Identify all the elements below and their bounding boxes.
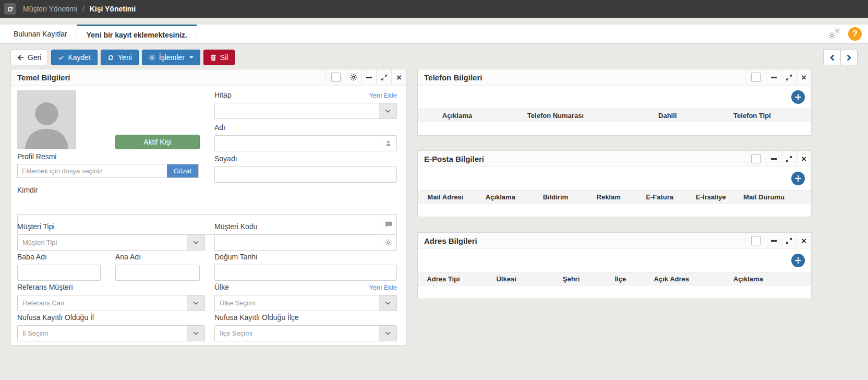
plus-icon	[795, 94, 801, 100]
column-header: Açıklama	[473, 193, 528, 201]
last-name-input-wrap	[214, 167, 397, 183]
panel-expand-button[interactable]	[781, 233, 796, 248]
salutation-select[interactable]	[214, 103, 397, 119]
column-header: Dahili	[614, 112, 721, 120]
last-name-input[interactable]	[215, 167, 396, 182]
add-phone-button[interactable]	[791, 90, 805, 104]
panel-settings-button[interactable]	[346, 69, 361, 85]
panel-collapse-button[interactable]	[766, 69, 781, 85]
column-header: Açıklama	[701, 275, 795, 283]
registered-district-select[interactable]: İlçe Seçimi	[214, 325, 397, 341]
add-address-button[interactable]	[791, 254, 805, 267]
registered-district-label: Nufusa Kayıtlı Olduğu İlçe	[214, 314, 397, 322]
profile-image-file-input[interactable]: Eklemek için dosya seçiniz Gözat	[17, 164, 199, 178]
tab-found-records[interactable]: Bulunan Kayıtlar	[4, 25, 77, 43]
next-record-button[interactable]	[840, 50, 858, 65]
delete-button[interactable]: Sil	[203, 50, 235, 65]
delete-button-label: Sil	[220, 53, 228, 62]
breadcrumb-page: Kişi Yönetimi	[90, 5, 136, 13]
toolbar: Geri Kaydet Yeni İşlemler Sil	[10, 50, 235, 65]
tab-found-records-label: Bulunan Kayıtlar	[14, 30, 67, 38]
back-button[interactable]: Geri	[10, 50, 48, 65]
back-button-label: Geri	[28, 53, 41, 62]
column-header: Ülkesi	[469, 275, 544, 283]
panel-close-button[interactable]: ×	[391, 69, 406, 85]
father-name-input[interactable]	[18, 265, 100, 280]
new-button[interactable]: Yeni	[101, 50, 139, 65]
email-info-panel: E-Posta Bilgileri × Mail Adresi Açıklama…	[417, 150, 812, 217]
country-add-new-link[interactable]: Yeni Ekle	[369, 283, 397, 291]
panel-expand-button[interactable]	[781, 69, 796, 85]
breadcrumb-module[interactable]: Müşteri Yönetimi	[23, 5, 77, 13]
panel-expand-button[interactable]	[376, 69, 391, 85]
save-button[interactable]: Kaydet	[51, 50, 98, 65]
customer-type-select[interactable]: Müşteri Tipi	[17, 234, 205, 251]
column-header: E-Fatura	[634, 193, 685, 201]
column-header: Reklam	[583, 193, 634, 201]
panel-collapse-button[interactable]	[361, 69, 376, 85]
previous-record-button[interactable]	[823, 50, 840, 65]
minus-icon	[771, 158, 777, 160]
add-email-button[interactable]	[791, 172, 805, 185]
country-placeholder: Ülke Seçimi	[215, 299, 256, 307]
strip-tools: ?	[828, 25, 868, 43]
tab-strip: Bulunan Kayıtlar Yeni bir kayıt eklemekt…	[0, 24, 868, 44]
chevron-down-icon	[187, 235, 204, 250]
panel-close-button[interactable]: ×	[796, 233, 811, 248]
reference-customer-select[interactable]: Referans Cari	[17, 295, 205, 311]
checkbox-icon	[751, 236, 761, 245]
panel-collapse-button[interactable]	[766, 151, 781, 167]
first-name-input[interactable]	[215, 136, 396, 151]
person-icon	[380, 136, 396, 151]
help-icon[interactable]: ?	[848, 27, 862, 41]
email-panel-tools: ×	[745, 151, 811, 167]
panel-close-button[interactable]: ×	[796, 151, 811, 167]
mother-name-input-wrap	[115, 265, 200, 281]
panel-select-checkbox[interactable]	[745, 69, 766, 85]
birth-date-field: Doğum Tarihi	[214, 253, 397, 281]
panel-select-checkbox[interactable]	[325, 69, 346, 85]
profile-image-label: Profil Resmi	[17, 153, 56, 161]
column-header: Telefon Numarası	[497, 112, 614, 120]
birth-date-input[interactable]	[215, 265, 396, 280]
mother-name-label: Ana Adı	[115, 253, 200, 261]
actions-dropdown-button[interactable]: İşlemler	[142, 50, 200, 65]
tab-new-record-label: Yeni bir kayıt eklemektesiniz.	[87, 31, 187, 39]
reference-customer-placeholder: Referans Cari	[18, 299, 64, 307]
tab-new-record[interactable]: Yeni bir kayıt eklemektesiniz.	[77, 25, 197, 43]
column-header: İlçe	[599, 275, 642, 283]
basic-info-panel-header: Temel Bilgileri ×	[11, 69, 406, 86]
panel-expand-button[interactable]	[781, 151, 796, 167]
column-header: Şehri	[544, 275, 599, 283]
registered-province-select[interactable]: İl Seçimi	[17, 325, 205, 341]
father-name-label: Baba Adı	[17, 253, 101, 261]
column-header: Mail Adresi	[418, 193, 473, 201]
customer-code-input[interactable]	[215, 235, 396, 250]
panel-select-checkbox[interactable]	[745, 233, 766, 248]
panel-close-button[interactable]: ×	[796, 69, 811, 85]
arrow-left-icon	[17, 54, 24, 61]
plus-icon	[795, 175, 801, 182]
settings-gears-icon[interactable]	[828, 28, 841, 40]
salutation-add-new-link[interactable]: Yeni Ekle	[369, 91, 397, 99]
refresh-icon[interactable]	[4, 3, 16, 15]
phone-panel-title: Telefon Bilgileri	[418, 73, 482, 82]
save-button-label: Kaydet	[68, 53, 91, 62]
province-placeholder: İl Seçimi	[18, 329, 48, 337]
address-panel-title: Adres Bilgileri	[418, 236, 477, 245]
father-name-field: Baba Adı	[17, 253, 101, 281]
minus-icon	[771, 240, 777, 242]
basic-panel-tools: ×	[325, 69, 406, 85]
panel-select-checkbox[interactable]	[745, 151, 766, 167]
last-name-label: Soyadı	[214, 155, 397, 163]
column-header: Telefon Tipi	[721, 112, 784, 120]
registered-province-label: Nufusa Kayıtlı Olduğu İl	[17, 314, 205, 322]
topbar: Müşteri Yönetimi / Kişi Yönetimi	[0, 0, 868, 18]
mother-name-input[interactable]	[116, 265, 199, 280]
active-person-button[interactable]: Aktif Kişi	[115, 135, 200, 149]
panel-collapse-button[interactable]	[766, 233, 781, 248]
browse-button[interactable]: Gözat	[167, 164, 198, 177]
new-button-label: Yeni	[118, 53, 132, 62]
email-table-header: Mail Adresi Açıklama Bildirim Reklam E-F…	[418, 190, 811, 204]
country-select[interactable]: Ülke Seçimi	[214, 295, 397, 311]
